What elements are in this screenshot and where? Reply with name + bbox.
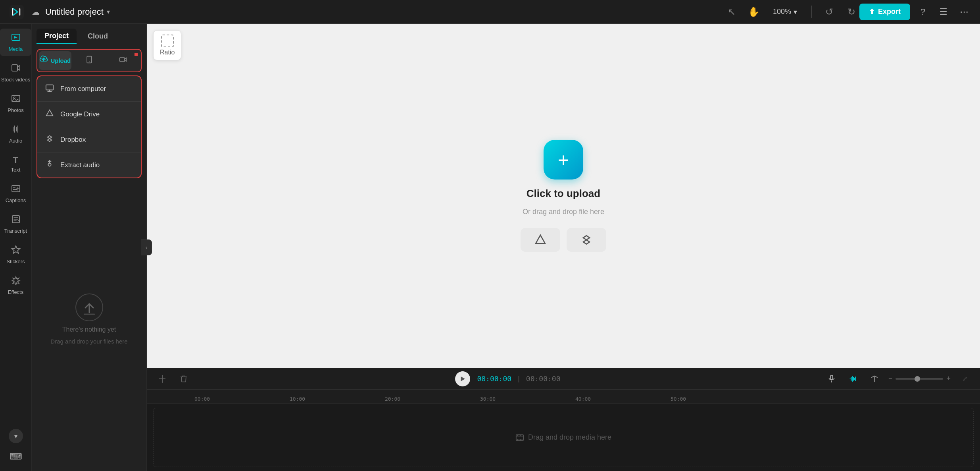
export-button[interactable]: ⬆ Export — [859, 4, 910, 20]
split-view-btn[interactable] — [867, 371, 882, 386]
canvas-area: Ratio + Click to upload Or drag and drop… — [147, 24, 980, 471]
computer-icon — [45, 83, 54, 94]
topbar-project: ☁ Untitled project ▾ — [32, 7, 724, 17]
svg-rect-3 — [12, 95, 20, 102]
upload-tabs: Upload — [37, 49, 142, 72]
panel-collapse-handle[interactable]: ‹ — [141, 239, 152, 255]
fullscreen-btn[interactable]: ⤢ — [957, 371, 972, 386]
svg-rect-5 — [12, 185, 20, 192]
microphone-btn[interactable] — [824, 371, 839, 386]
upload-dropdown: From computer Google Drive — [37, 75, 142, 178]
sidebar-item-text[interactable]: T Text — [0, 151, 31, 177]
pointer-tool-btn[interactable]: ↖ — [724, 4, 740, 20]
drop-zone-label: Drag and drop media here — [528, 433, 611, 442]
upload-tab-upload[interactable]: Upload — [39, 51, 71, 70]
help-btn[interactable]: ? — [915, 4, 931, 20]
hand-tool-btn[interactable]: ✋ — [746, 4, 762, 20]
timeline-drop-zone[interactable]: Drag and drop media here — [153, 408, 974, 467]
extract-audio-icon — [45, 160, 54, 170]
recording-dot — [135, 53, 138, 56]
zoom-slider[interactable]: − + — [888, 374, 951, 383]
google-drive-item[interactable]: Google Drive — [37, 102, 141, 127]
project-dropdown-icon[interactable]: ▾ — [107, 8, 110, 15]
timeline-right-controls: − + ⤢ — [824, 371, 972, 386]
dropbox-item[interactable]: Dropbox — [37, 127, 141, 152]
total-time: 00:00:00 — [526, 374, 561, 383]
settings-btn[interactable]: ☰ — [936, 4, 951, 20]
captions-label: Captions — [6, 197, 26, 203]
audio-label: Audio — [9, 138, 22, 144]
panel-tabs: Project Cloud — [32, 24, 146, 44]
plus-icon: + — [558, 149, 569, 171]
soundwave-btn[interactable] — [845, 371, 861, 386]
sidebar-item-transcript[interactable]: Transcript — [0, 210, 31, 238]
keyboard-shortcut-btn[interactable]: ⌨ — [8, 449, 24, 465]
canvas-drive-row — [521, 228, 606, 252]
sidebar: Media Stock videos Photos — [0, 24, 32, 471]
from-computer-item[interactable]: From computer — [37, 76, 141, 102]
stock-videos-label: Stock videos — [1, 77, 31, 83]
sidebar-item-media[interactable]: Media — [0, 29, 31, 56]
topbar-center: ↖ ✋ 100% ▾ ↺ ↻ — [724, 4, 859, 20]
sidebar-expand-btn[interactable]: ▾ — [9, 429, 23, 443]
export-label: Export — [878, 8, 901, 16]
ratio-button[interactable]: Ratio — [153, 30, 181, 60]
empty-title: There's nothing yet — [62, 326, 116, 333]
zoom-track[interactable] — [895, 378, 943, 380]
ratio-label: Ratio — [160, 49, 175, 56]
svg-rect-11 — [46, 85, 53, 90]
delete-tool-btn[interactable] — [176, 371, 191, 386]
sidebar-item-effects[interactable]: Effects — [0, 272, 31, 299]
from-computer-label: From computer — [60, 85, 106, 93]
redo-btn[interactable]: ↻ — [844, 4, 859, 20]
dropbox-icon — [45, 134, 54, 145]
canvas-google-drive-btn[interactable] — [521, 228, 560, 252]
text-icon: T — [13, 155, 18, 165]
captions-icon — [11, 184, 21, 196]
canvas-dropbox-btn[interactable] — [567, 228, 606, 252]
ruler-mark-4: 40:00 — [575, 396, 591, 402]
play-circle — [455, 371, 470, 386]
sidebar-item-captions[interactable]: Captions — [0, 180, 31, 207]
zoom-thumb — [915, 376, 920, 382]
media-icon — [11, 33, 21, 44]
canvas-upload-button[interactable]: + — [544, 140, 583, 180]
upload-cloud-icon — [39, 55, 48, 66]
effects-label: Effects — [8, 289, 24, 295]
upload-tab-device[interactable] — [73, 51, 106, 70]
tab-project[interactable]: Project — [37, 29, 77, 44]
export-icon: ⬆ — [869, 8, 875, 16]
timeline-toolbar: 00:00:00 | 00:00:00 — [147, 368, 980, 390]
zoom-in-icon: + — [946, 374, 951, 383]
extract-audio-label: Extract audio — [60, 161, 100, 169]
svg-rect-16 — [516, 434, 523, 440]
photos-label: Photos — [8, 107, 23, 113]
play-btn[interactable] — [455, 371, 471, 387]
text-label: Text — [11, 167, 21, 173]
tab-cloud[interactable]: Cloud — [80, 29, 116, 44]
sidebar-item-audio[interactable]: Audio — [0, 120, 31, 148]
project-title: Untitled project — [45, 7, 104, 17]
sidebar-item-stock-videos[interactable]: Stock videos — [0, 59, 31, 87]
more-btn[interactable]: ⋯ — [956, 4, 972, 20]
sidebar-item-photos[interactable]: Photos — [0, 90, 31, 117]
transcript-icon — [11, 214, 21, 226]
extract-audio-item[interactable]: Extract audio — [37, 152, 141, 178]
timeline-playback-controls: 00:00:00 | 00:00:00 — [198, 371, 818, 387]
divider — [811, 6, 812, 18]
split-tool-btn[interactable] — [155, 371, 170, 386]
stickers-icon — [11, 245, 21, 257]
zoom-control[interactable]: 100% ▾ — [768, 5, 802, 19]
device-icon — [85, 56, 93, 66]
svg-rect-10 — [120, 58, 125, 62]
upload-tab-recording[interactable] — [107, 51, 139, 70]
sidebar-item-stickers[interactable]: Stickers — [0, 241, 31, 268]
svg-marker-7 — [12, 246, 20, 253]
undo-btn[interactable]: ↺ — [821, 4, 837, 20]
ruler-mark-5: 50:00 — [671, 396, 686, 402]
film-icon — [515, 433, 524, 442]
topbar: ☁ Untitled project ▾ ↖ ✋ 100% ▾ ↺ ↻ ⬆ Ex… — [0, 0, 980, 24]
svg-rect-2 — [12, 65, 17, 71]
stock-videos-icon — [11, 63, 21, 75]
canvas-upload-area: + Click to upload Or drag and drop file … — [147, 24, 980, 368]
